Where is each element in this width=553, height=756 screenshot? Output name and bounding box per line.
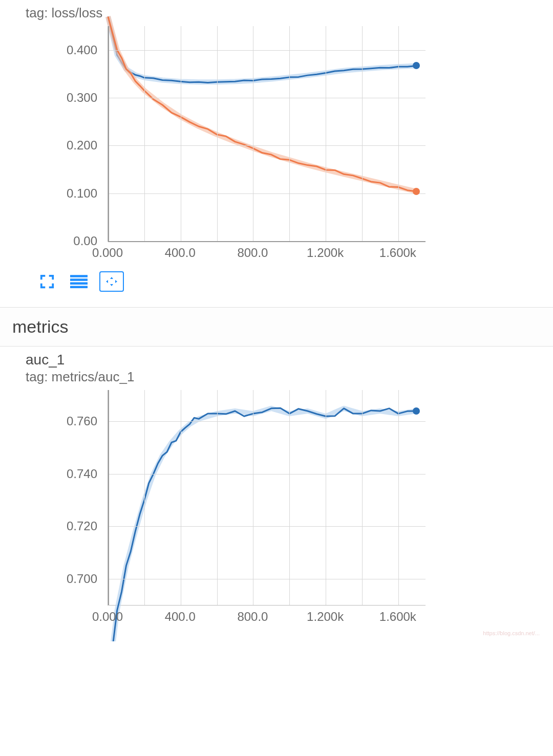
chart2-x-axis: 0.000400.0800.01.200k1.600k (108, 606, 425, 626)
watermark: https://blog.csdn.net/... (483, 630, 540, 636)
x-tick: 1.200k (307, 246, 344, 260)
chart1-y-axis: 0.4000.3000.2000.1000.00 (41, 26, 102, 242)
section-header-metrics[interactable]: metrics (0, 307, 553, 347)
y-tick: 0.200 (41, 138, 97, 153)
chart1-frame: 0.4000.3000.2000.1000.00 0.000400.0800.0… (41, 26, 543, 262)
x-tick: 1.600k (379, 246, 416, 260)
x-tick: 800.0 (237, 246, 268, 260)
x-tick: 800.0 (237, 610, 268, 624)
svg-marker-6 (106, 280, 108, 283)
svg-rect-3 (70, 286, 88, 289)
y-tick: 0.700 (41, 572, 97, 586)
series-end-dot (413, 62, 420, 69)
chart2-tag: tag: metrics/auc_1 (26, 369, 543, 385)
y-tick: 0.720 (41, 519, 97, 533)
svg-marker-4 (110, 277, 113, 279)
svg-marker-5 (110, 284, 113, 286)
series-end-dot (413, 407, 420, 415)
chart1-tag: tag: loss/loss (26, 5, 543, 21)
loss-panel: tag: loss/loss 0.4000.3000.2000.1000.00 … (0, 0, 553, 307)
x-tick: 1.600k (379, 610, 416, 624)
x-tick: 400.0 (165, 610, 196, 624)
chart2-frame: 0.7600.7400.7200.700 0.000400.0800.01.20… (41, 390, 543, 626)
chart2-plot-area[interactable] (108, 390, 426, 606)
y-tick: 0.400 (41, 43, 97, 57)
x-tick: 0.000 (92, 246, 123, 260)
svg-rect-2 (70, 282, 88, 285)
svg-rect-0 (70, 275, 88, 277)
chart1-plot-area[interactable] (108, 26, 426, 242)
chart2-title: auc_1 (26, 352, 543, 368)
y-tick: 0.740 (41, 467, 97, 481)
x-tick: 1.200k (307, 610, 344, 624)
svg-rect-1 (70, 278, 88, 281)
chart1-x-axis: 0.000400.0800.01.200k1.600k (108, 242, 425, 262)
svg-marker-7 (115, 280, 117, 283)
y-tick: 0.300 (41, 91, 97, 105)
auc-panel: auc_1 tag: metrics/auc_1 0.7600.7400.720… (0, 347, 553, 641)
chart2-y-axis: 0.7600.7400.7200.700 (41, 390, 102, 606)
list-icon[interactable] (68, 272, 90, 291)
x-tick: 0.000 (92, 610, 123, 624)
y-tick: 0.760 (41, 414, 97, 428)
y-tick: 0.00 (41, 234, 97, 248)
chart1-svg (108, 26, 426, 241)
series-end-dot (413, 188, 420, 195)
x-tick: 400.0 (165, 246, 196, 260)
y-tick: 0.100 (41, 186, 97, 201)
expand-icon[interactable] (36, 272, 58, 291)
fit-domain-icon[interactable] (99, 271, 124, 292)
chart1-toolbar (36, 271, 543, 292)
chart2-svg (108, 390, 426, 605)
